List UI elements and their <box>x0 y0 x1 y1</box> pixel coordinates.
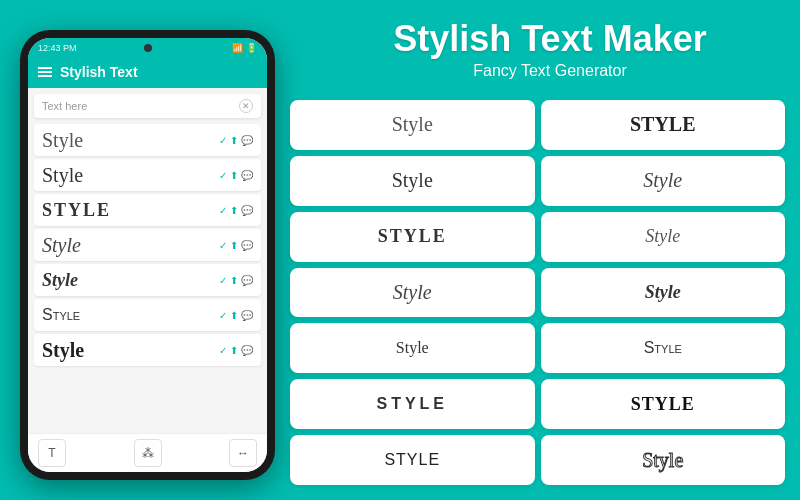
list-item[interactable]: Style ✓ ⬆ 💬 <box>34 299 261 331</box>
grid-item[interactable]: Style <box>290 268 535 318</box>
grid-item[interactable]: Style <box>541 212 786 262</box>
grid-text: Style <box>396 339 429 357</box>
whatsapp-icon[interactable]: 💬 <box>241 170 253 181</box>
search-bar[interactable]: Text here ✕ <box>34 94 261 118</box>
grid-item[interactable]: Style <box>290 100 535 150</box>
item-actions: ✓ ⬆ 💬 <box>219 345 253 356</box>
hamburger-icon[interactable] <box>38 67 52 77</box>
grid-text: STYLE <box>376 395 448 413</box>
share-icon[interactable]: ⬆ <box>230 345 238 356</box>
grid-item[interactable]: STYLE <box>541 100 786 150</box>
item-actions: ✓ ⬆ 💬 <box>219 135 253 146</box>
grid-text: Style <box>644 339 682 357</box>
grid-text: Style <box>642 449 683 472</box>
share-icon[interactable]: ⬆ <box>230 205 238 216</box>
copy-icon[interactable]: ✓ <box>219 205 227 216</box>
whatsapp-icon[interactable]: 💬 <box>241 275 253 286</box>
phone-camera <box>144 44 152 52</box>
list-item[interactable]: Style ✓ ⬆ 💬 <box>34 334 261 366</box>
grid-item[interactable]: STYLE <box>290 212 535 262</box>
list-item[interactable]: STYLE ✓ ⬆ 💬 <box>34 194 261 226</box>
app-bar: Stylish Text <box>28 56 267 88</box>
signal-battery: 📶 🔋 <box>232 43 257 53</box>
grid-text: STYLE <box>631 394 695 415</box>
clear-icon[interactable]: ✕ <box>239 99 253 113</box>
time: 12:43 PM <box>38 43 77 53</box>
share-icon[interactable]: ⬆ <box>230 135 238 146</box>
grid-text: Style <box>384 451 440 469</box>
grid-text: STYLE <box>630 113 696 136</box>
item-actions: ✓ ⬆ 💬 <box>219 170 253 181</box>
copy-icon[interactable]: ✓ <box>219 135 227 146</box>
grid-text: Style <box>392 113 433 136</box>
phone-body: 12:43 PM 📶 🔋 Stylish Text Text here ✕ St… <box>20 30 275 480</box>
share-icon[interactable]: ⬆ <box>230 275 238 286</box>
hash-icon[interactable]: ⁂ <box>134 439 162 467</box>
item-actions: ✓ ⬆ 💬 <box>219 240 253 251</box>
grid-text: Style <box>645 226 680 247</box>
whatsapp-icon[interactable]: 💬 <box>241 205 253 216</box>
style-list: Style ✓ ⬆ 💬 Style ✓ ⬆ 💬 ST <box>28 124 267 433</box>
grid-item[interactable]: Style <box>541 156 786 206</box>
grid-item[interactable]: Style <box>541 323 786 373</box>
item-actions: ✓ ⬆ 💬 <box>219 205 253 216</box>
item-actions: ✓ ⬆ 💬 <box>219 275 253 286</box>
grid-item[interactable]: Style <box>290 156 535 206</box>
copy-icon[interactable]: ✓ <box>219 345 227 356</box>
item-text: Style <box>42 164 83 187</box>
grid-item[interactable]: Style <box>541 435 786 485</box>
list-item[interactable]: Style ✓ ⬆ 💬 <box>34 124 261 156</box>
whatsapp-icon[interactable]: 💬 <box>241 135 253 146</box>
grid-text: Style <box>643 169 682 192</box>
item-text: STYLE <box>42 200 111 221</box>
phone-screen: 12:43 PM 📶 🔋 Stylish Text Text here ✕ St… <box>28 38 267 472</box>
grid-text: Style <box>645 282 681 303</box>
whatsapp-icon[interactable]: 💬 <box>241 310 253 321</box>
list-item[interactable]: Style ✓ ⬆ 💬 <box>34 229 261 261</box>
whatsapp-icon[interactable]: 💬 <box>241 345 253 356</box>
app-subtitle: Fancy Text Generator <box>320 62 780 80</box>
copy-icon[interactable]: ✓ <box>219 275 227 286</box>
item-text: Style <box>42 306 80 324</box>
grid-item[interactable]: Style <box>290 323 535 373</box>
copy-icon[interactable]: ✓ <box>219 170 227 181</box>
grid-text: STYLE <box>378 226 447 247</box>
search-placeholder: Text here <box>42 100 87 112</box>
share-icon[interactable]: ⬆ <box>230 240 238 251</box>
copy-icon[interactable]: ✓ <box>219 310 227 321</box>
grid-item[interactable]: STYLE <box>541 379 786 429</box>
style-grid: Style STYLE Style Style STYLE Style Styl… <box>290 100 785 485</box>
grid-item[interactable]: Style <box>290 435 535 485</box>
copy-icon[interactable]: ✓ <box>219 240 227 251</box>
header-section: Stylish Text Maker Fancy Text Generator <box>320 18 780 80</box>
share-icon[interactable]: ⬆ <box>230 170 238 181</box>
app-bar-title: Stylish Text <box>60 64 138 80</box>
item-text: Style <box>42 129 83 152</box>
whatsapp-icon[interactable]: 💬 <box>241 240 253 251</box>
list-item[interactable]: Style ✓ ⬆ 💬 <box>34 264 261 296</box>
app-title: Stylish Text Maker <box>320 18 780 60</box>
item-actions: ✓ ⬆ 💬 <box>219 310 253 321</box>
bottom-bar: T ⁂ ↔ <box>28 433 267 472</box>
arrow-icon[interactable]: ↔ <box>229 439 257 467</box>
list-item[interactable]: Style ✓ ⬆ 💬 <box>34 159 261 191</box>
grid-item[interactable]: Style <box>541 268 786 318</box>
item-text: Style <box>42 339 84 362</box>
share-icon[interactable]: ⬆ <box>230 310 238 321</box>
grid-text: Style <box>392 169 433 192</box>
item-text: Style <box>42 270 78 291</box>
phone-mockup: 12:43 PM 📶 🔋 Stylish Text Text here ✕ St… <box>20 30 275 480</box>
grid-item[interactable]: STYLE <box>290 379 535 429</box>
grid-text: Style <box>393 281 432 304</box>
item-text: Style <box>42 234 81 257</box>
text-icon[interactable]: T <box>38 439 66 467</box>
